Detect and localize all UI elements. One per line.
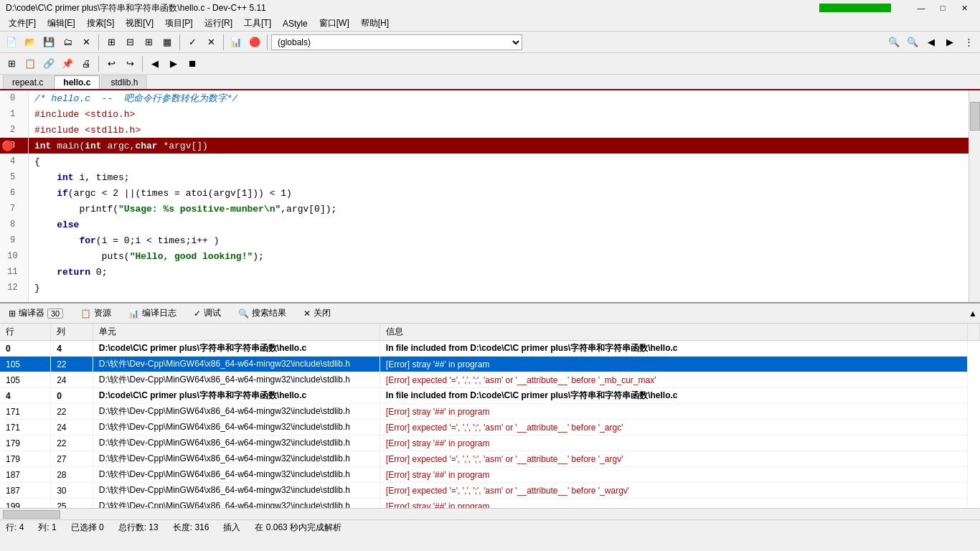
sep2 xyxy=(179,34,180,50)
btab-close[interactable]: ✕ 关闭 xyxy=(298,306,336,321)
search-btn[interactable]: 🔍 xyxy=(885,34,903,51)
ln-4: 4 xyxy=(0,154,28,169)
form-btn[interactable]: ⊞ xyxy=(140,34,157,51)
maximize-button[interactable]: □ xyxy=(933,1,953,14)
ln-6: 6 xyxy=(0,185,28,201)
close-file-btn[interactable]: ✕ xyxy=(77,34,95,51)
ln-10: 10 xyxy=(0,248,28,264)
nav-left-btn[interactable]: ◀ xyxy=(146,55,164,72)
table-row[interactable]: 10522D:\软件\Dev-Cpp\MinGW64\x86_64-w64-mi… xyxy=(0,357,980,372)
error-table-body: 04D:\code\C\C primer plus\字符串和字符串函数\hell… xyxy=(0,341,980,509)
toolbar-right-icons: 🔍 🔍 ◀ ▶ ⋮ xyxy=(885,34,977,51)
sep5 xyxy=(98,56,99,72)
table-scrollbar-h[interactable] xyxy=(0,508,980,519)
new-btn[interactable]: 📄 xyxy=(3,34,20,51)
code-area[interactable]: /* hello.c -- 吧命令行参数转化为数字*/ #include <st… xyxy=(29,90,969,302)
table-row[interactable]: 18728D:\软件\Dev-Cpp\MinGW64\x86_64-w64-mi… xyxy=(0,467,980,483)
compile-log-icon: 📊 xyxy=(128,309,139,319)
btab-compiler[interactable]: ⊞ 编译器 30 xyxy=(3,306,69,321)
compile-run-btn[interactable]: ✕ xyxy=(202,34,220,51)
return-stmt: return 0; xyxy=(34,267,107,278)
chart-btn[interactable]: 📊 xyxy=(227,34,245,51)
menu-item-运行R[interactable]: 运行[R] xyxy=(199,16,238,31)
h-scroll-thumb[interactable] xyxy=(3,510,60,519)
open-btn[interactable]: 📂 xyxy=(22,34,39,51)
error-table[interactable]: 行 列 单元 信息 04D:\code\C\C primer plus\字符串和… xyxy=(0,324,980,508)
close-button[interactable]: ✕ xyxy=(954,1,974,14)
ln-11: 11 xyxy=(0,264,28,280)
save-btn[interactable]: 💾 xyxy=(40,34,57,51)
tb2-btn5[interactable]: 🖨 xyxy=(77,55,95,72)
close-panel-label: 关闭 xyxy=(314,307,331,319)
ln-7: 7 xyxy=(0,201,28,217)
comment-text: /* hello.c -- 吧命令行参数转化为数字*/ xyxy=(34,92,237,105)
search-result-icon: 🔍 xyxy=(238,309,249,319)
save-all-btn[interactable]: 🗂 xyxy=(59,34,76,51)
scroll-up-btn[interactable]: ▲ xyxy=(969,309,977,319)
for-stmt: for(i = 0;i < times;i++ ) xyxy=(34,235,219,246)
editor-scrollbar-v[interactable] xyxy=(969,90,980,302)
table-row[interactable]: 04D:\code\C\C primer plus\字符串和字符串函数\hell… xyxy=(0,341,980,357)
tb2-btn3[interactable]: 🔗 xyxy=(40,55,57,72)
btab-compile-log[interactable]: 📊 编译日志 xyxy=(123,306,182,321)
tab-hello[interactable]: hello.c xyxy=(54,75,100,89)
code-line-2: #include <stdlib.h> xyxy=(29,122,969,138)
table-row[interactable]: 10524D:\软件\Dev-Cpp\MinGW64\x86_64-w64-mi… xyxy=(0,372,980,388)
code-line-7: printf("Usage: %s positive-munber\n",arg… xyxy=(29,201,969,217)
tab-repeat[interactable]: repeat.c xyxy=(3,75,52,89)
minimize-button[interactable]: — xyxy=(911,1,931,14)
tb2-btn2[interactable]: 📋 xyxy=(22,55,39,72)
btab-resource[interactable]: 📋 资源 xyxy=(75,306,117,321)
editor-scroll-thumb[interactable] xyxy=(970,102,980,131)
compile-btn[interactable]: ✓ xyxy=(184,34,201,51)
btab-search[interactable]: 🔍 搜索结果 xyxy=(232,306,292,321)
nav2-btn[interactable]: ▶ xyxy=(941,34,958,51)
scope-dropdown[interactable]: (globals) xyxy=(271,34,522,50)
table-row[interactable]: 40D:\code\C\C primer plus\字符串和字符串函数\hell… xyxy=(0,388,980,404)
menu-item-搜索S[interactable]: 搜索[S] xyxy=(81,16,121,31)
menu-item-AStyle[interactable]: AStyle xyxy=(277,17,314,30)
search-result-label: 搜索结果 xyxy=(252,307,286,319)
search2-btn[interactable]: 🔍 xyxy=(904,34,921,51)
options-btn[interactable]: ⊟ xyxy=(121,34,138,51)
menu-bar: 文件[F]编辑[E]搜索[S]视图[V]项目[P]运行[R]工具[T]AStyl… xyxy=(0,16,980,32)
menu-item-视图V[interactable]: 视图[V] xyxy=(120,16,159,31)
menu-item-项目P[interactable]: 项目[P] xyxy=(159,16,199,31)
ln-12: 12 xyxy=(0,280,28,296)
table-row[interactable]: 17927D:\软件\Dev-Cpp\MinGW64\x86_64-w64-mi… xyxy=(0,451,980,467)
tb2-btn1[interactable]: ⊞ xyxy=(3,55,20,72)
table-row[interactable]: 17124D:\软件\Dev-Cpp\MinGW64\x86_64-w64-mi… xyxy=(0,420,980,435)
table-row[interactable]: 17922D:\软件\Dev-Cpp\MinGW64\x86_64-w64-mi… xyxy=(0,435,980,451)
compiler-label: 编译器 xyxy=(19,307,44,319)
tb2-btn4[interactable]: 📌 xyxy=(59,55,76,72)
undo-btn[interactable]: ↩ xyxy=(103,55,120,72)
bottom-panel: ⊞ 编译器 30 📋 资源 📊 编译日志 ✓ 调试 🔍 搜索结果 ✕ 关闭 ▲ xyxy=(0,302,980,519)
nav-stop-btn[interactable]: ⏹ xyxy=(184,55,201,72)
resource-label: 资源 xyxy=(94,307,111,319)
grid-btn[interactable]: ▦ xyxy=(159,34,176,51)
table-row[interactable]: 18730D:\软件\Dev-Cpp\MinGW64\x86_64-w64-mi… xyxy=(0,483,980,499)
compiler-badge: 30 xyxy=(47,309,63,319)
table-row[interactable]: 17122D:\软件\Dev-Cpp\MinGW64\x86_64-w64-mi… xyxy=(0,404,980,420)
status-col: 列: 1 xyxy=(38,522,56,534)
menu-item-编辑E[interactable]: 编辑[E] xyxy=(42,16,81,31)
sep1 xyxy=(98,34,99,50)
table-row[interactable]: 19925D:\软件\Dev-Cpp\MinGW64\x86_64-w64-mi… xyxy=(0,499,980,509)
toolbar2: ⊞ 📋 🔗 📌 🖨 ↩ ↪ ◀ ▶ ⏹ xyxy=(0,53,980,75)
red-btn[interactable]: 🔴 xyxy=(246,34,263,51)
puts-stmt: puts("Hello, good looking!"); xyxy=(34,251,264,262)
menu-item-工具T[interactable]: 工具[T] xyxy=(238,16,277,31)
nav-right-btn[interactable]: ▶ xyxy=(165,55,182,72)
properties-btn[interactable]: ⊞ xyxy=(103,34,120,51)
menu-item-帮助H[interactable]: 帮助[H] xyxy=(355,16,395,31)
code-line-11: return 0; xyxy=(29,264,969,280)
nav-btn[interactable]: ◀ xyxy=(923,34,940,51)
redo-btn[interactable]: ↪ xyxy=(121,55,138,72)
extra-btn[interactable]: ⋮ xyxy=(960,34,977,51)
btab-debug[interactable]: ✓ 调试 xyxy=(188,306,227,321)
menu-item-窗口W[interactable]: 窗口[W] xyxy=(314,16,355,31)
debug-label: 调试 xyxy=(204,307,221,319)
tab-stdlib[interactable]: stdlib.h xyxy=(101,75,147,89)
menu-item-文件F[interactable]: 文件[F] xyxy=(3,16,42,31)
code-line-8: else xyxy=(29,217,969,232)
